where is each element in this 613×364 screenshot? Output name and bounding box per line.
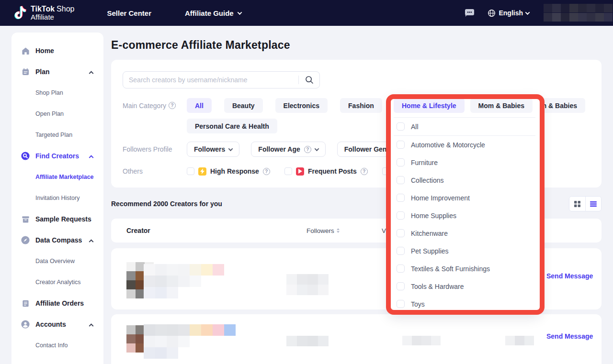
app-root: TikTokShop Affiliate Seller Center Affil…	[0, 0, 613, 364]
subcategory-option-home-supplies[interactable]: Home Supplies	[394, 207, 535, 224]
sidebar-item-data-compass[interactable]: Data Compass	[11, 230, 103, 251]
orders-icon	[21, 299, 30, 308]
subcategory-option-home-improvement[interactable]: Home Improvement	[394, 189, 535, 207]
option-checkbox[interactable]	[397, 158, 405, 166]
sidebar-item-affiliate-marketplace[interactable]: Affiliate Marketplace	[11, 166, 103, 188]
sidebar-item-creator-analytics[interactable]: Creator Analytics	[11, 272, 103, 293]
sidebar-item-accounts[interactable]: Accounts	[11, 314, 103, 335]
chevron-up-icon	[89, 323, 94, 328]
sidebar-item-sample-requests[interactable]: Sample Requests	[11, 209, 103, 230]
subcategory-option-kitchenware[interactable]: Kitchenware	[394, 224, 535, 242]
sidebar-item-contact-info[interactable]: Contact Info	[11, 335, 103, 356]
stats-blurred	[286, 336, 329, 346]
subcategory-tabs: Home & Lifestyle Mom & Babies	[394, 98, 535, 118]
stats-blurred	[402, 336, 441, 345]
tiktok-note-icon	[12, 5, 27, 21]
chevron-down-icon	[314, 146, 319, 151]
column-creator: Creator	[126, 219, 150, 243]
grid-view-button[interactable]	[569, 197, 585, 211]
send-message-link[interactable]: Send Message	[546, 332, 593, 340]
sidebar-item-affiliate-orders[interactable]: Affiliate Orders	[11, 293, 103, 314]
high-response-icon	[198, 167, 206, 176]
list-view-button[interactable]	[585, 197, 601, 211]
main-category-label: Main Category ?	[123, 98, 187, 113]
search-input[interactable]	[123, 71, 320, 88]
tiktok-shop-affiliate-logo[interactable]: TikTokShop Affiliate	[12, 5, 74, 21]
frequent-posts-checkbox[interactable]	[284, 167, 292, 175]
sidebar-item-home[interactable]: Home	[11, 40, 103, 61]
option-checkbox[interactable]	[397, 194, 405, 202]
messages-icon[interactable]	[464, 8, 475, 18]
frequent-posts-icon	[296, 167, 304, 176]
help-icon: ?	[263, 168, 270, 175]
stats-blurred	[286, 274, 329, 295]
globe-icon	[488, 9, 496, 17]
sidebar-item-invitation-history[interactable]: Invitation History	[11, 188, 103, 209]
language-selector[interactable]: English	[488, 9, 529, 17]
sort-icon	[337, 228, 340, 233]
option-checkbox[interactable]	[397, 211, 405, 220]
search-divider	[298, 76, 299, 84]
category-chip-electronics[interactable]: Electronics	[275, 98, 328, 113]
option-checkbox[interactable]	[397, 265, 405, 273]
logo-wordmark: TikTokShop Affiliate	[31, 5, 74, 21]
time-checkbox[interactable]	[382, 167, 390, 175]
help-icon[interactable]: ?	[169, 102, 176, 109]
chevron-down-icon	[525, 10, 530, 15]
home-icon	[21, 46, 30, 55]
find-creators-search-icon	[21, 152, 30, 160]
sidebar-item-data-overview[interactable]: Data Overview	[11, 251, 103, 272]
option-checkbox[interactable]	[397, 176, 405, 184]
category-chip-all[interactable]: All	[187, 98, 212, 113]
subcategory-option-textiles[interactable]: Textiles & Soft Furnishings	[394, 260, 535, 277]
subcategory-option-toys[interactable]: Toys	[394, 295, 535, 313]
subcategory-option-tools-hardware[interactable]: Tools & Hardware	[394, 277, 535, 295]
send-message-link[interactable]: Send Message	[546, 272, 593, 280]
tab-mom-babies[interactable]: Mom & Babies	[470, 98, 533, 113]
category-chip-personal-care[interactable]: Personal Care & Health	[187, 119, 277, 133]
sidebar-item-shop-plan[interactable]: Shop Plan	[11, 82, 103, 103]
subcategory-option-pet-supplies[interactable]: Pet Supplies	[394, 242, 535, 260]
top-navbar: TikTokShop Affiliate Seller Center Affil…	[0, 0, 613, 26]
subcategory-option-automotive[interactable]: Automotive & Motorcycle	[394, 136, 535, 154]
sidebar-item-open-plan[interactable]: Open Plan	[11, 103, 103, 124]
subcategory-dropdown-panel: Home & Lifestyle Mom & Babies All Automo…	[389, 96, 540, 312]
category-chip-fashion[interactable]: Fashion	[340, 98, 382, 113]
option-checkbox[interactable]	[397, 300, 405, 308]
column-followers[interactable]: Followers	[306, 219, 340, 243]
navbar-right-cluster: English	[464, 4, 613, 22]
frequent-posts-option[interactable]: Frequent Posts ?	[284, 167, 368, 176]
sidebar-item-find-creators[interactable]: Find Creators	[11, 145, 103, 166]
chevron-up-icon	[89, 155, 94, 160]
user-account-blurred[interactable]	[544, 4, 613, 22]
help-icon: ?	[361, 168, 368, 175]
option-checkbox[interactable]	[397, 282, 405, 290]
option-checkbox[interactable]	[397, 229, 405, 237]
grid-icon	[574, 200, 581, 208]
creator-info-blurred	[144, 264, 236, 298]
tab-home-lifestyle[interactable]: Home & Lifestyle	[394, 98, 465, 113]
subcategory-option-furniture[interactable]: Furniture	[394, 154, 535, 171]
affiliate-guide-menu[interactable]: Affiliate Guide	[185, 9, 241, 17]
sidebar-item-plan[interactable]: Plan	[11, 61, 103, 82]
option-checkbox[interactable]	[397, 122, 405, 131]
sample-box-icon	[21, 215, 30, 223]
search-icon[interactable]	[305, 75, 314, 85]
option-checkbox[interactable]	[397, 247, 405, 255]
creator-info-blurred	[144, 324, 236, 359]
navbar-links: Seller Center Affiliate Guide	[107, 9, 241, 17]
creator-row[interactable]: Send Message	[111, 314, 602, 364]
high-response-option[interactable]: High Response ?	[187, 167, 270, 176]
follower-age-dropdown[interactable]: Follower Age ?	[251, 142, 325, 157]
list-icon	[590, 201, 597, 207]
option-checkbox[interactable]	[397, 141, 405, 149]
sidebar-item-targeted-plan[interactable]: Targeted Plan	[11, 124, 103, 145]
others-label: Others	[123, 166, 187, 176]
high-response-checkbox[interactable]	[187, 167, 194, 175]
followers-dropdown[interactable]: Followers	[187, 142, 239, 157]
subcategory-option-all[interactable]: All	[394, 118, 535, 136]
chevron-up-icon	[89, 239, 94, 244]
subcategory-option-collections[interactable]: Collections	[394, 171, 535, 189]
category-chip-beauty[interactable]: Beauty	[224, 98, 263, 113]
seller-center-link[interactable]: Seller Center	[107, 9, 151, 17]
